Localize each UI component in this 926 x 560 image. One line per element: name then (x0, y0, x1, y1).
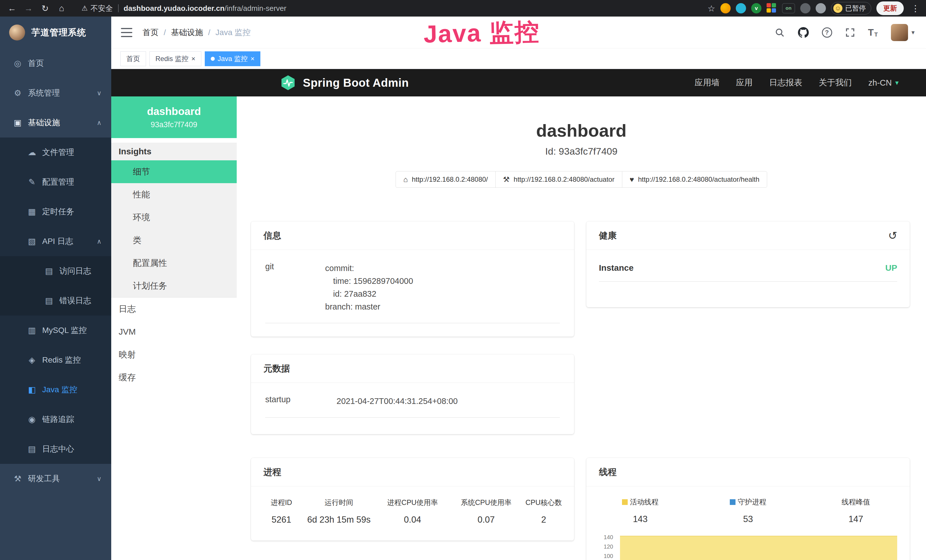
sidebar-item-tracing[interactable]: ◉ 链路追踪 (0, 404, 111, 434)
info-value: commit: time: 1596289704000 id: 27aa832 … (325, 262, 413, 313)
sidebar-item-label: 错误日志 (59, 295, 91, 306)
back-icon[interactable]: ← (5, 2, 20, 15)
bookmark-star-icon[interactable]: ☆ (708, 3, 715, 14)
y-axis-tick: 120 (592, 543, 613, 550)
page: ← → ↻ ⌂ ⚠ 不安全 dashboard.yudao.iocoder.cn… (0, 0, 926, 560)
col-value: 0.04 (373, 515, 451, 525)
sidebar-item-dev-tools[interactable]: ⚒ 研发工具 ∨ (0, 464, 111, 493)
extension-orange-icon[interactable] (720, 3, 731, 14)
health-url-label: http://192.168.0.2:48080/actuator/health (638, 176, 760, 183)
breadcrumb-infra[interactable]: 基础设施 (171, 27, 203, 38)
profile-paused-badge[interactable]: ☺ 已暂停 (831, 2, 871, 15)
col-header: 运行时间 (304, 498, 373, 507)
sidebar-item-file-management[interactable]: ☁ 文件管理 (0, 138, 111, 167)
font-size-icon[interactable]: TT (868, 27, 878, 38)
user-avatar-menu[interactable]: ▾ (891, 24, 915, 41)
col-value: 5261 (259, 515, 304, 525)
font-size-small: T (875, 31, 878, 38)
sidebar-item-home[interactable]: ◎ 首页 (0, 48, 111, 78)
chevron-up-icon: ∧ (97, 238, 101, 245)
help-icon[interactable]: ? (822, 27, 832, 38)
sba-item-config-props[interactable]: 配置属性 (111, 251, 237, 274)
sidebar-item-system[interactable]: ⚙ 系统管理 ∨ (0, 78, 111, 108)
extension-drop-icon[interactable] (736, 3, 746, 14)
sba-nav-applications[interactable]: 应用 (736, 77, 753, 88)
page-title: dashboard (237, 120, 926, 141)
threads-chart-plot (620, 531, 897, 560)
app-logo[interactable]: 芋道管理系统 (0, 17, 111, 48)
tag-redis-monitor[interactable]: Redis 监控 × (150, 51, 201, 66)
health-instance-row[interactable]: Instance UP (599, 263, 897, 282)
fullscreen-icon[interactable] (845, 28, 855, 37)
sidebar-item-error-logs[interactable]: ▤ 错误日志 (0, 286, 111, 316)
col-header: 进程ID (259, 498, 304, 507)
close-icon[interactable]: × (250, 55, 254, 63)
sidebar-item-infrastructure[interactable]: ▣ 基础设施 ∧ (0, 108, 111, 138)
instance-url-button[interactable]: ⌂ http://192.168.0.2:48080/ (396, 171, 496, 188)
address-bar[interactable]: ⚠ 不安全 dashboard.yudao.iocoder.cn/infra/a… (82, 3, 286, 14)
sidebar-item-scheduled-jobs[interactable]: ▦ 定时任务 (0, 197, 111, 227)
actuator-url-button[interactable]: ⚒ http://192.168.0.2:48080/actuator (495, 171, 622, 188)
git-commit-id: id: 27aa832 (325, 288, 413, 300)
health-url-button[interactable]: ♥ http://192.168.0.2:48080/actuator/heal… (622, 171, 767, 188)
hamburger-menu-icon[interactable] (121, 28, 132, 37)
java-monitor-icon: ◧ (26, 385, 38, 395)
home-icon[interactable]: ⌂ (54, 2, 69, 15)
sba-instance-header[interactable]: dashboard 93a3fc7f7409 (111, 97, 237, 138)
sba-item-environment[interactable]: 环境 (111, 206, 237, 229)
eye-icon: ◉ (26, 415, 38, 424)
sba-language-select[interactable]: zh-CN ▾ (869, 78, 899, 88)
breadcrumb-home[interactable]: 首页 (142, 27, 159, 38)
sidebar-item-redis-monitor[interactable]: ◈ Redis 监控 (0, 345, 111, 375)
sidebar-item-config-management[interactable]: ✎ 配置管理 (0, 167, 111, 197)
sidebar-item-mysql-monitor[interactable]: ▥ MySQL 监控 (0, 316, 111, 345)
sba-item-caches[interactable]: 缓存 (111, 366, 237, 389)
github-icon[interactable] (798, 27, 809, 38)
sidebar-item-java-monitor[interactable]: ◧ Java 监控 (0, 375, 111, 404)
sidebar-item-label: Redis 监控 (42, 354, 81, 365)
sba-item-jvm[interactable]: JVM (111, 320, 237, 343)
browser-menu-icon[interactable]: ⋮ (909, 3, 922, 14)
reload-icon[interactable]: ↻ (38, 2, 53, 15)
document-icon: ▤ (26, 444, 38, 454)
legend-value: 147 (802, 514, 910, 524)
health-instance-label: Instance (599, 263, 634, 273)
sidebar-item-api-logs[interactable]: ▧ API 日志 ∧ (0, 227, 111, 256)
heart-icon: ♥ (630, 175, 634, 184)
instance-url-label: http://192.168.0.2:48080/ (412, 176, 488, 183)
sba-nav-journal[interactable]: 日志报表 (769, 77, 802, 88)
sba-item-mappings[interactable]: 映射 (111, 343, 237, 366)
annotation-java-monitor: Java 监控 (423, 15, 540, 51)
extension-grid-icon[interactable] (767, 3, 777, 14)
search-icon[interactable] (775, 27, 785, 38)
sba-item-classes[interactable]: 类 (111, 229, 237, 251)
info-card-header: 信息 (251, 221, 574, 250)
sba-item-details[interactable]: 细节 (111, 160, 237, 183)
sba-item-scheduled-tasks[interactable]: 计划任务 (111, 274, 237, 297)
info-git-row: git commit: time: 1596289704000 id: 27aa… (265, 262, 560, 323)
tag-java-monitor[interactable]: Java 监控 × (205, 51, 260, 66)
sidebar-item-label: 访问日志 (59, 266, 91, 277)
sidebar-item-access-logs[interactable]: ▤ 访问日志 (0, 256, 111, 286)
history-icon[interactable]: ↺ (888, 229, 897, 242)
forward-icon[interactable]: → (21, 2, 36, 15)
tag-label: Java 监控 (218, 54, 248, 64)
close-icon[interactable]: × (191, 55, 195, 63)
sba-nav-about[interactable]: 关于我们 (819, 77, 852, 88)
sidebar-item-log-center[interactable]: ▤ 日志中心 (0, 434, 111, 464)
extension-green-icon[interactable]: v (751, 3, 761, 14)
chrome-update-button[interactable]: 更新 (876, 2, 904, 15)
active-dot (211, 57, 215, 61)
extensions-puzzle-icon[interactable] (816, 3, 826, 14)
extension-on-badge-icon[interactable]: on (782, 3, 795, 14)
sba-item-logs[interactable]: 日志 (111, 298, 237, 320)
extension-gray-icon[interactable] (800, 3, 811, 14)
sba-nav-links: 应用墙 应用 日志报表 关于我们 zh-CN ▾ (695, 77, 899, 88)
git-branch: branch: master (325, 300, 413, 313)
tag-home[interactable]: 首页 (120, 51, 146, 66)
sba-nav-wallboard[interactable]: 应用墙 (695, 77, 720, 88)
browser-toolbar: ← → ↻ ⌂ ⚠ 不安全 dashboard.yudao.iocoder.cn… (0, 0, 926, 17)
sba-item-metrics[interactable]: 性能 (111, 183, 237, 206)
sba-brand[interactable]: Spring Boot Admin (280, 75, 409, 91)
sba-insights-group: Insights 细节 性能 环境 类 配置属性 计划任务 (111, 143, 237, 298)
